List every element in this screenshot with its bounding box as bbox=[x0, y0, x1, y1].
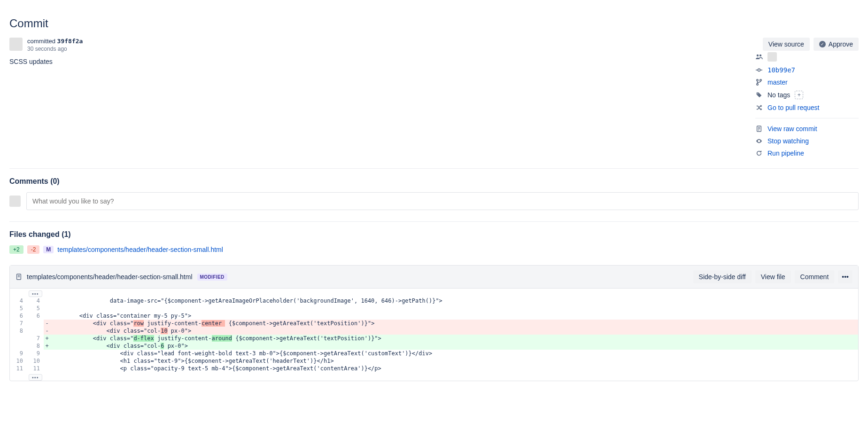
shuffle-icon bbox=[755, 104, 763, 111]
file-icon bbox=[16, 274, 22, 280]
commit-timeago: 30 seconds ago bbox=[27, 46, 83, 52]
page-title: Commit bbox=[9, 17, 859, 30]
approve-button[interactable]: ✓ Approve bbox=[814, 38, 859, 51]
comment-input[interactable] bbox=[26, 192, 859, 210]
svg-point-7 bbox=[760, 79, 762, 81]
no-tags-label: No tags bbox=[767, 91, 790, 99]
branch-link[interactable]: master bbox=[767, 78, 788, 86]
comment-button[interactable]: Comment bbox=[795, 270, 835, 283]
svg-point-2 bbox=[758, 69, 760, 71]
file-icon bbox=[755, 125, 763, 132]
comments-heading: Comments (0) bbox=[9, 177, 859, 186]
eye-icon bbox=[755, 138, 763, 144]
lines-deleted-badge: -2 bbox=[27, 245, 40, 254]
expand-context-top-button[interactable]: ••• bbox=[29, 290, 42, 297]
commit-icon bbox=[755, 67, 763, 73]
view-raw-commit-link[interactable]: View raw commit bbox=[767, 125, 817, 133]
svg-point-8 bbox=[758, 94, 759, 94]
refresh-icon bbox=[755, 150, 763, 156]
commit-meta: committed 39f8f2a bbox=[27, 38, 83, 45]
view-file-button[interactable]: View file bbox=[755, 270, 791, 283]
lines-added-badge: +2 bbox=[9, 245, 23, 254]
run-pipeline-link[interactable]: Run pipeline bbox=[767, 149, 804, 157]
more-icon: ••• bbox=[842, 273, 849, 281]
branch-icon bbox=[755, 79, 763, 86]
more-actions-button[interactable]: ••• bbox=[838, 270, 852, 283]
svg-point-1 bbox=[760, 55, 761, 56]
watcher-avatar bbox=[767, 52, 777, 62]
side-by-side-button[interactable]: Side-by-side diff bbox=[693, 270, 752, 283]
modified-badge: MODIFIED bbox=[197, 274, 227, 281]
svg-point-13 bbox=[759, 141, 760, 142]
files-changed-heading: Files changed (1) bbox=[9, 230, 859, 239]
stop-watching-link[interactable]: Stop watching bbox=[767, 137, 809, 145]
check-circle-icon: ✓ bbox=[819, 41, 826, 47]
svg-point-0 bbox=[757, 55, 759, 56]
changed-file-link[interactable]: templates/components/header/header-secti… bbox=[57, 246, 223, 253]
tag-icon bbox=[755, 92, 763, 98]
modified-badge-short: M bbox=[43, 246, 54, 253]
commit-hash: 39f8f2a bbox=[57, 38, 83, 45]
view-source-button[interactable]: View source bbox=[763, 38, 810, 51]
current-user-avatar bbox=[9, 196, 21, 207]
expand-context-bottom-button[interactable]: ••• bbox=[29, 374, 42, 381]
svg-point-5 bbox=[757, 79, 759, 81]
watchers-icon bbox=[755, 53, 763, 61]
diff-file-path: templates/components/header/header-secti… bbox=[27, 273, 193, 281]
svg-point-6 bbox=[757, 84, 759, 86]
add-tag-button[interactable]: + bbox=[795, 91, 803, 99]
commit-message: SCSS updates bbox=[9, 58, 736, 65]
pull-request-link[interactable]: Go to pull request bbox=[767, 104, 820, 111]
author-avatar bbox=[9, 38, 23, 51]
parent-commit-link[interactable]: 10b99e7 bbox=[767, 66, 795, 74]
